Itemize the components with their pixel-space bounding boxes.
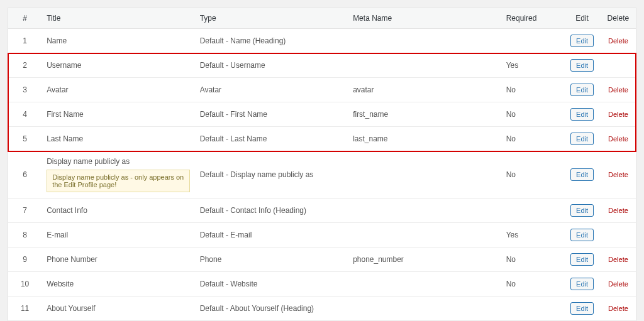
row-num: 11 bbox=[8, 297, 42, 321]
row-type: Default - Name (Heading) bbox=[195, 29, 348, 53]
row-meta: first_name bbox=[348, 102, 501, 127]
row-required: No bbox=[501, 151, 564, 199]
table-row: 6Display name publicly asDisplay name pu… bbox=[8, 151, 636, 199]
col-header-num: # bbox=[8, 8, 42, 29]
row-type: Default - First Name bbox=[195, 102, 348, 127]
row-required: Yes bbox=[501, 223, 564, 248]
row-delete-cell: Delete bbox=[601, 29, 636, 53]
delete-link[interactable]: Delete bbox=[608, 111, 628, 118]
table-row: 3AvatarAvataravatarNoEditDelete bbox=[8, 78, 636, 102]
row-num: 8 bbox=[8, 223, 42, 248]
row-delete-cell: Delete bbox=[601, 151, 636, 199]
row-num: 7 bbox=[8, 199, 42, 223]
edit-button[interactable]: Edit bbox=[570, 204, 594, 217]
row-delete-cell: Delete bbox=[601, 102, 636, 127]
col-header-required: Required bbox=[501, 8, 564, 29]
row-type: Default - E-mail bbox=[195, 223, 348, 248]
fields-table: # Title Type Meta Name Required Edit Del… bbox=[8, 8, 636, 321]
delete-link[interactable]: Delete bbox=[608, 135, 628, 143]
table-row: 8E-mailDefault - E-mailYesEdit bbox=[8, 223, 636, 248]
row-meta bbox=[348, 53, 501, 78]
row-type: Phone bbox=[195, 248, 348, 272]
table-row: 11About YourselfDefault - About Yourself… bbox=[8, 297, 636, 321]
row-meta bbox=[348, 223, 501, 248]
row-type: Default - Website bbox=[195, 272, 348, 297]
row-num: 5 bbox=[8, 127, 42, 151]
row-edit-cell: Edit bbox=[564, 102, 601, 127]
edit-button[interactable]: Edit bbox=[570, 229, 594, 241]
row-title: Phone Number bbox=[42, 248, 195, 272]
edit-button[interactable]: Edit bbox=[570, 35, 594, 47]
table-row: 5Last NameDefault - Last Namelast_nameNo… bbox=[8, 127, 636, 151]
table-row: 10WebsiteDefault - WebsiteNoEditDelete bbox=[8, 272, 636, 297]
row-delete-cell: Delete bbox=[601, 199, 636, 223]
table-row: 4First NameDefault - First Namefirst_nam… bbox=[8, 102, 636, 127]
row-type: Avatar bbox=[195, 78, 348, 102]
row-meta bbox=[348, 151, 501, 199]
row-required: Yes bbox=[501, 53, 564, 78]
row-delete-cell bbox=[601, 223, 636, 248]
row-title: About Yourself bbox=[42, 297, 195, 321]
row-title: Name bbox=[42, 29, 195, 53]
row-title: Contact Info bbox=[42, 199, 195, 223]
row-edit-cell: Edit bbox=[564, 78, 601, 102]
row-required: No bbox=[501, 272, 564, 297]
edit-button[interactable]: Edit bbox=[570, 133, 594, 145]
row-meta bbox=[348, 29, 501, 53]
row-type: Default - Username bbox=[195, 53, 348, 78]
row-type: Default - Display name publicly as bbox=[195, 151, 348, 199]
row-required bbox=[501, 29, 564, 53]
row-title: Last Name bbox=[42, 127, 195, 151]
row-edit-cell: Edit bbox=[564, 223, 601, 248]
edit-button[interactable]: Edit bbox=[570, 168, 594, 181]
fields-container: # Title Type Meta Name Required Edit Del… bbox=[8, 8, 636, 321]
row-edit-cell: Edit bbox=[564, 53, 601, 78]
row-required: No bbox=[501, 248, 564, 272]
edit-button[interactable]: Edit bbox=[570, 59, 594, 72]
row-num: 4 bbox=[8, 102, 42, 127]
edit-button[interactable]: Edit bbox=[570, 278, 594, 290]
row-edit-cell: Edit bbox=[564, 29, 601, 53]
delete-link[interactable]: Delete bbox=[608, 207, 628, 214]
row-delete-cell: Delete bbox=[601, 272, 636, 297]
edit-button[interactable]: Edit bbox=[570, 302, 594, 315]
row-edit-cell: Edit bbox=[564, 272, 601, 297]
edit-button[interactable]: Edit bbox=[570, 108, 594, 121]
row-required bbox=[501, 199, 564, 223]
row-num: 2 bbox=[8, 53, 42, 78]
row-num: 6 bbox=[8, 151, 42, 199]
row-meta: last_name bbox=[348, 127, 501, 151]
row-num: 1 bbox=[8, 29, 42, 53]
row-required: No bbox=[501, 102, 564, 127]
edit-button[interactable]: Edit bbox=[570, 84, 594, 96]
table-header-row: # Title Type Meta Name Required Edit Del… bbox=[8, 8, 636, 29]
row-required bbox=[501, 297, 564, 321]
delete-link[interactable]: Delete bbox=[608, 86, 628, 94]
row-delete-cell: Delete bbox=[601, 297, 636, 321]
row-type: Default - Last Name bbox=[195, 127, 348, 151]
table-row: 9Phone NumberPhonephone_numberNoEditDele… bbox=[8, 248, 636, 272]
col-header-meta: Meta Name bbox=[348, 8, 501, 29]
table-row: 1NameDefault - Name (Heading)EditDelete bbox=[8, 29, 636, 53]
delete-link[interactable]: Delete bbox=[608, 171, 628, 178]
row-meta bbox=[348, 297, 501, 321]
row-required: No bbox=[501, 127, 564, 151]
row-delete-cell: Delete bbox=[601, 127, 636, 151]
row-required: No bbox=[501, 78, 564, 102]
row-edit-cell: Edit bbox=[564, 199, 601, 223]
delete-link[interactable]: Delete bbox=[608, 280, 628, 288]
delete-link[interactable]: Delete bbox=[608, 37, 628, 45]
row-title: First Name bbox=[42, 102, 195, 127]
row-edit-cell: Edit bbox=[564, 248, 601, 272]
row-note: Display name publicly as - only appears … bbox=[47, 170, 190, 192]
row-meta bbox=[348, 199, 501, 223]
row-num: 9 bbox=[8, 248, 42, 272]
row-title: Avatar bbox=[42, 78, 195, 102]
delete-link[interactable]: Delete bbox=[608, 256, 628, 263]
row-title: Username bbox=[42, 53, 195, 78]
delete-link[interactable]: Delete bbox=[608, 305, 628, 312]
edit-button[interactable]: Edit bbox=[570, 253, 594, 266]
row-num: 3 bbox=[8, 78, 42, 102]
row-delete-cell: Delete bbox=[601, 248, 636, 272]
col-header-type: Type bbox=[195, 8, 348, 29]
